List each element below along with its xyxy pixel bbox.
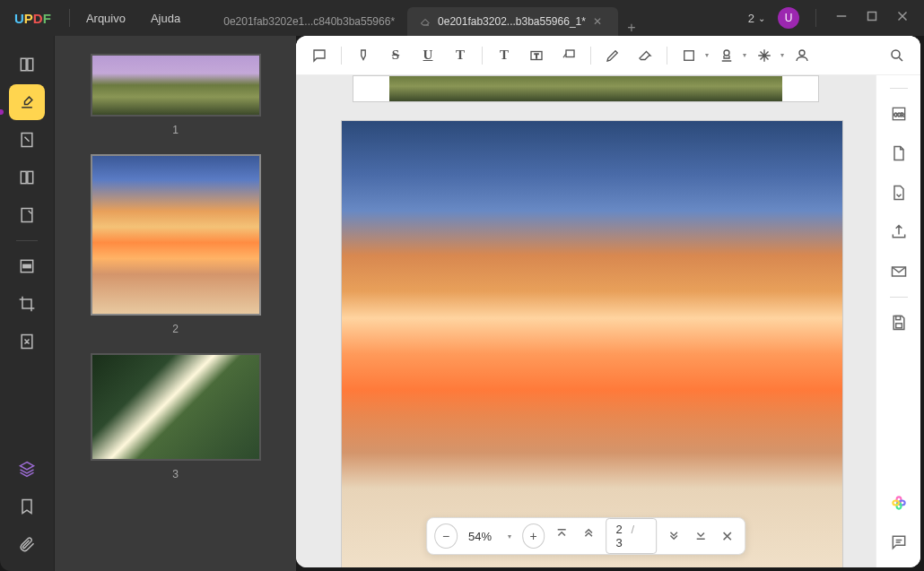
- organize-button[interactable]: [9, 160, 45, 195]
- attachment-button[interactable]: [9, 526, 45, 562]
- export-button[interactable]: [885, 139, 913, 168]
- callout-button[interactable]: [554, 41, 583, 70]
- logo-p: P: [24, 11, 33, 26]
- eraser-button[interactable]: [631, 41, 659, 70]
- separator: [482, 47, 483, 65]
- separator: [341, 47, 342, 65]
- minimize-button[interactable]: [832, 8, 850, 28]
- shape-button[interactable]: [675, 41, 703, 70]
- thumbnail-1[interactable]: 1: [91, 54, 260, 136]
- pencil-button[interactable]: [598, 41, 627, 70]
- page-indicator[interactable]: 2 / 3: [606, 518, 657, 554]
- page-count-dropdown[interactable]: 2 ⌄: [748, 12, 765, 25]
- menu-help[interactable]: Ajuda: [138, 12, 193, 25]
- notes-button[interactable]: [885, 528, 913, 557]
- thumbnail-panel: 1 2 3: [54, 36, 296, 571]
- square-icon: [681, 48, 697, 64]
- close-zoombar-button[interactable]: ✕: [718, 528, 737, 545]
- highlight-text-button[interactable]: [349, 41, 378, 70]
- tab-document-1[interactable]: 0e201fab3202e1...c840b3ba55966*: [211, 7, 407, 36]
- total-pages: 3: [616, 536, 623, 549]
- save-icon: [890, 314, 908, 332]
- close-icon[interactable]: ✕: [593, 15, 606, 28]
- user-avatar[interactable]: U: [778, 7, 799, 29]
- page-image: [342, 121, 842, 567]
- titlebar: UPDF Arquivo Ajuda 0e201fab3202e1...c840…: [0, 0, 924, 36]
- crop-button[interactable]: [9, 286, 45, 322]
- stamp-button[interactable]: [712, 41, 741, 70]
- bookmark-button[interactable]: [9, 489, 45, 524]
- share-button[interactable]: [885, 218, 913, 247]
- divider: [815, 9, 816, 27]
- divider: [69, 9, 70, 27]
- close-button[interactable]: [893, 8, 911, 28]
- squiggly-button[interactable]: T: [446, 41, 475, 70]
- svg-point-15: [724, 50, 729, 56]
- svg-rect-5: [21, 171, 26, 183]
- tabs: 0e201fab3202e1...c840b3ba55966* 0e201fab…: [211, 0, 736, 36]
- convert-button[interactable]: [885, 178, 913, 207]
- chevrons-down-icon: [666, 526, 682, 542]
- signature-button[interactable]: [788, 41, 816, 70]
- chevron-down-icon[interactable]: ▾: [743, 51, 746, 59]
- logo-d: D: [33, 11, 43, 26]
- zoom-out-button[interactable]: −: [434, 523, 458, 549]
- stamp-icon: [719, 48, 735, 64]
- text-button[interactable]: T: [490, 41, 519, 70]
- redact-button[interactable]: [9, 248, 45, 284]
- right-rail-bottom: [885, 489, 913, 557]
- ocr-icon: OCR: [890, 105, 908, 123]
- tab-label: 0e201fab3202e1...c840b3ba55966*: [223, 15, 395, 28]
- chevrons-up-icon: [581, 526, 597, 542]
- first-page-button[interactable]: [553, 526, 572, 546]
- prev-page-button[interactable]: [580, 526, 599, 546]
- menu-file[interactable]: Arquivo: [74, 12, 138, 25]
- textbox-button[interactable]: T: [522, 41, 551, 70]
- close-icon: [894, 8, 911, 24]
- search-button[interactable]: [883, 41, 911, 70]
- thumbnail-3[interactable]: 3: [91, 353, 260, 480]
- eraser-icon: [420, 16, 431, 27]
- fill-sign-button[interactable]: [9, 197, 45, 233]
- pencil-icon: [605, 48, 621, 64]
- svg-point-17: [892, 50, 900, 58]
- chevron-down-icon[interactable]: ▾: [705, 51, 709, 59]
- last-page-button[interactable]: [691, 526, 710, 546]
- maximize-button[interactable]: [863, 8, 881, 28]
- logo-f: F: [43, 11, 51, 26]
- highlight-button[interactable]: [9, 84, 45, 120]
- ai-button[interactable]: [885, 489, 913, 517]
- edit-button[interactable]: [9, 122, 45, 158]
- chevrons-down-bar-icon: [693, 526, 709, 542]
- search-icon: [889, 48, 905, 64]
- thumbnail-2[interactable]: 2: [91, 154, 260, 335]
- book-icon: [18, 56, 36, 74]
- highlight-icon: [355, 48, 371, 64]
- compress-button[interactable]: [9, 324, 45, 359]
- zoom-in-button[interactable]: +: [522, 523, 545, 549]
- bookmark-icon: [18, 497, 36, 515]
- layers-button[interactable]: [9, 451, 45, 487]
- sticker-button[interactable]: [750, 41, 779, 70]
- save-button[interactable]: [885, 308, 913, 337]
- thumbnail-image: [91, 353, 261, 461]
- thumbnail-number: 3: [91, 468, 260, 480]
- ai-flower-icon: [890, 494, 908, 512]
- strikethrough-button[interactable]: S: [381, 41, 410, 70]
- comment-button[interactable]: [305, 41, 334, 70]
- tab-label: 0e201fab3202...b3ba55966_1*: [438, 15, 586, 28]
- callout-icon: [561, 48, 577, 64]
- underline-button[interactable]: U: [414, 41, 442, 70]
- reader-mode-button[interactable]: [9, 47, 45, 82]
- next-page-button[interactable]: [664, 526, 684, 546]
- email-button[interactable]: [885, 257, 913, 286]
- ocr-button[interactable]: OCR: [885, 99, 913, 128]
- chevron-down-icon[interactable]: ▾: [780, 51, 784, 59]
- comment-icon: [311, 48, 327, 64]
- thumbnail-number: 1: [91, 124, 260, 136]
- new-tab-button[interactable]: +: [618, 20, 645, 36]
- zoom-value: 54%: [468, 530, 492, 543]
- tab-document-2[interactable]: 0e201fab3202...b3ba55966_1* ✕: [407, 7, 618, 36]
- zoom-level-dropdown[interactable]: 54% ▾: [465, 530, 515, 543]
- document-canvas[interactable]: − 54% ▾ + 2 / 3 ✕: [296, 75, 876, 567]
